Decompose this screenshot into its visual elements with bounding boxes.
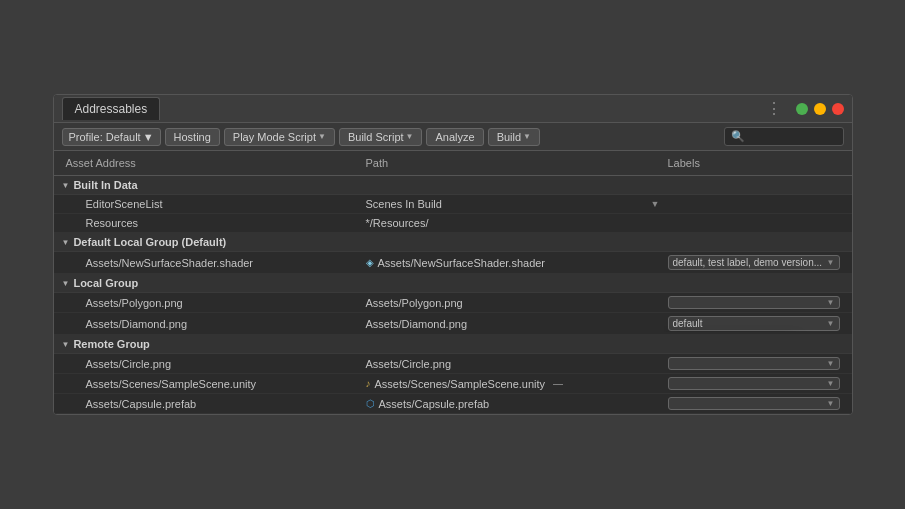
col-path-label: Path — [366, 157, 389, 169]
green-button[interactable] — [796, 103, 808, 115]
group-built-in-label: ▼ Built In Data — [62, 179, 362, 191]
label-value: default — [673, 318, 703, 329]
label-cell — [664, 222, 844, 224]
label-dropdown[interactable]: ▼ — [668, 296, 840, 309]
address-cell: Assets/Scenes/SampleScene.unity — [62, 377, 362, 391]
col-labels-header: Labels — [664, 155, 844, 171]
hosting-label: Hosting — [174, 131, 211, 143]
label-value: default, test label, demo version... — [673, 257, 823, 268]
hosting-button[interactable]: Hosting — [165, 128, 220, 146]
playmode-label: Play Mode Script — [233, 131, 316, 143]
path-cell: */Resources/ — [362, 216, 664, 230]
label-dropdown[interactable]: ▼ — [668, 357, 840, 370]
path-cell: Assets/Diamond.png — [362, 317, 664, 331]
red-button[interactable] — [832, 103, 844, 115]
address-cell: Assets/Capsule.prefab — [62, 397, 362, 411]
dropdown-arrow-icon: ▼ — [827, 379, 835, 388]
path-cell: Scenes In Build ▼ — [362, 197, 664, 211]
path-cell: ♪ Assets/Scenes/SampleScene.unity — — [362, 377, 664, 391]
addressables-tab[interactable]: Addressables — [62, 97, 161, 120]
link-icon: — — [553, 378, 563, 389]
menu-dots-icon[interactable]: ⋮ — [766, 99, 782, 118]
build-script-arrow-icon: ▼ — [406, 132, 414, 141]
col-labels-label: Labels — [668, 157, 700, 169]
label-cell[interactable]: default, test label, demo version... ▼ — [664, 254, 844, 271]
group-local[interactable]: ▼ Local Group — [54, 274, 852, 293]
group-built-in-data[interactable]: ▼ Built In Data — [54, 176, 852, 195]
group-local-label: ▼ Local Group — [62, 277, 362, 289]
label-cell[interactable]: ▼ — [664, 396, 844, 411]
profile-arrow-icon: ▼ — [143, 131, 154, 143]
address-cell: Assets/Diamond.png — [62, 317, 362, 331]
toolbar: Profile: Default ▼ Hosting Play Mode Scr… — [54, 123, 852, 151]
search-icon: 🔍 — [731, 130, 745, 143]
label-dropdown[interactable]: ▼ — [668, 377, 840, 390]
tab-label: Addressables — [75, 102, 148, 116]
outer-background: Addressables ⋮ Profile: Default ▼ Hostin… — [0, 0, 905, 509]
label-cell[interactable]: ▼ — [664, 295, 844, 310]
table-body: ▼ Built In Data EditorSceneList Scenes I… — [54, 176, 852, 414]
label-dropdown[interactable]: default, test label, demo version... ▼ — [668, 255, 840, 270]
group-default-local[interactable]: ▼ Default Local Group (Default) — [54, 233, 852, 252]
address-cell: Assets/Polygon.png — [62, 296, 362, 310]
prefab-icon: ⬡ — [366, 398, 375, 409]
dropdown-arrow-icon: ▼ — [827, 298, 835, 307]
table-row: Assets/Polygon.png Assets/Polygon.png ▼ — [54, 293, 852, 313]
address-cell: Resources — [62, 216, 362, 230]
profile-label: Profile: Default — [69, 131, 141, 143]
path-cell: ⬡ Assets/Capsule.prefab — [362, 397, 664, 411]
group-default-local-label: ▼ Default Local Group (Default) — [62, 236, 362, 248]
build-script-label: Build Script — [348, 131, 404, 143]
window-controls: ⋮ — [766, 99, 844, 118]
addressables-window: Addressables ⋮ Profile: Default ▼ Hostin… — [53, 94, 853, 415]
table-row: Assets/Scenes/SampleScene.unity ♪ Assets… — [54, 374, 852, 394]
triangle-icon: ▼ — [62, 181, 70, 190]
dropdown-arrow-icon: ▼ — [827, 359, 835, 368]
title-bar: Addressables ⋮ — [54, 95, 852, 123]
search-input[interactable] — [745, 131, 837, 143]
label-cell[interactable]: ▼ — [664, 356, 844, 371]
path-cell: Assets/Circle.png — [362, 357, 664, 371]
profile-dropdown[interactable]: Profile: Default ▼ — [62, 128, 161, 146]
playmode-script-button[interactable]: Play Mode Script ▼ — [224, 128, 335, 146]
analyze-button[interactable]: Analyze — [426, 128, 483, 146]
audio-icon: ♪ — [366, 378, 371, 389]
triangle-icon: ▼ — [62, 279, 70, 288]
table-row: Assets/Capsule.prefab ⬡ Assets/Capsule.p… — [54, 394, 852, 414]
table-row: Assets/NewSurfaceShader.shader ◈ Assets/… — [54, 252, 852, 274]
label-cell[interactable]: default ▼ default test label ▶ dem — [664, 315, 844, 332]
path-dropdown-icon: ▼ — [651, 199, 660, 209]
label-cell[interactable]: ▼ — [664, 376, 844, 391]
table-header: Asset Address Path Labels — [54, 151, 852, 176]
address-cell: Assets/Circle.png — [62, 357, 362, 371]
address-cell: EditorSceneList — [62, 197, 362, 211]
label-dropdown[interactable]: ▼ — [668, 397, 840, 410]
build-script-button[interactable]: Build Script ▼ — [339, 128, 423, 146]
triangle-icon: ▼ — [62, 238, 70, 247]
build-arrow-icon: ▼ — [523, 132, 531, 141]
analyze-label: Analyze — [435, 131, 474, 143]
dropdown-arrow-icon: ▼ — [827, 399, 835, 408]
group-remote[interactable]: ▼ Remote Group — [54, 335, 852, 354]
table-row: Resources */Resources/ — [54, 214, 852, 233]
col-path-header: Path — [362, 155, 664, 171]
label-dropdown[interactable]: default ▼ — [668, 316, 840, 331]
table-row: Assets/Diamond.png Assets/Diamond.png de… — [54, 313, 852, 335]
yellow-button[interactable] — [814, 103, 826, 115]
dropdown-arrow-icon: ▼ — [827, 319, 835, 328]
dropdown-arrow-icon: ▼ — [827, 258, 835, 267]
search-box[interactable]: 🔍 — [724, 127, 844, 146]
table-row: EditorSceneList Scenes In Build ▼ — [54, 195, 852, 214]
build-button[interactable]: Build ▼ — [488, 128, 540, 146]
shader-icon: ◈ — [366, 257, 374, 268]
address-cell: Assets/NewSurfaceShader.shader — [62, 256, 362, 270]
col-address-header: Asset Address — [62, 155, 362, 171]
col-address-label: Asset Address — [66, 157, 136, 169]
path-cell: ◈ Assets/NewSurfaceShader.shader — [362, 256, 664, 270]
path-cell: Assets/Polygon.png — [362, 296, 664, 310]
group-remote-label: ▼ Remote Group — [62, 338, 362, 350]
build-label: Build — [497, 131, 521, 143]
triangle-icon: ▼ — [62, 340, 70, 349]
label-cell — [664, 203, 844, 205]
table-row: Assets/Circle.png Assets/Circle.png ▼ — [54, 354, 852, 374]
